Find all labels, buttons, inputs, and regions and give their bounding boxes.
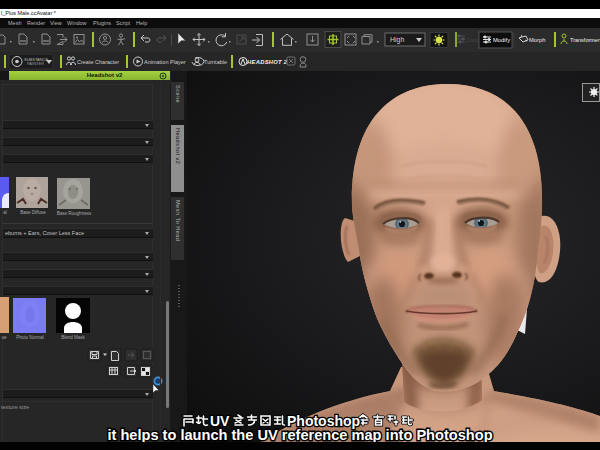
- svg-text:PAINTER: PAINTER: [27, 61, 44, 66]
- svg-text:HEADSHOT 2: HEADSHOT 2: [247, 59, 288, 65]
- svg-text:Morph: Morph: [529, 37, 545, 43]
- svg-text:Turntable: Turntable: [204, 59, 227, 65]
- svg-text:it helps to launch the UV refe: it helps to launch the UV reference map …: [107, 427, 492, 442]
- svg-text:Create Character: Create Character: [77, 59, 119, 65]
- svg-text:High: High: [390, 36, 405, 44]
- svg-text:Transformer: Transformer: [570, 37, 600, 43]
- svg-text:Animation Player: Animation Player: [144, 59, 186, 65]
- svg-text:Modify: Modify: [493, 37, 510, 43]
